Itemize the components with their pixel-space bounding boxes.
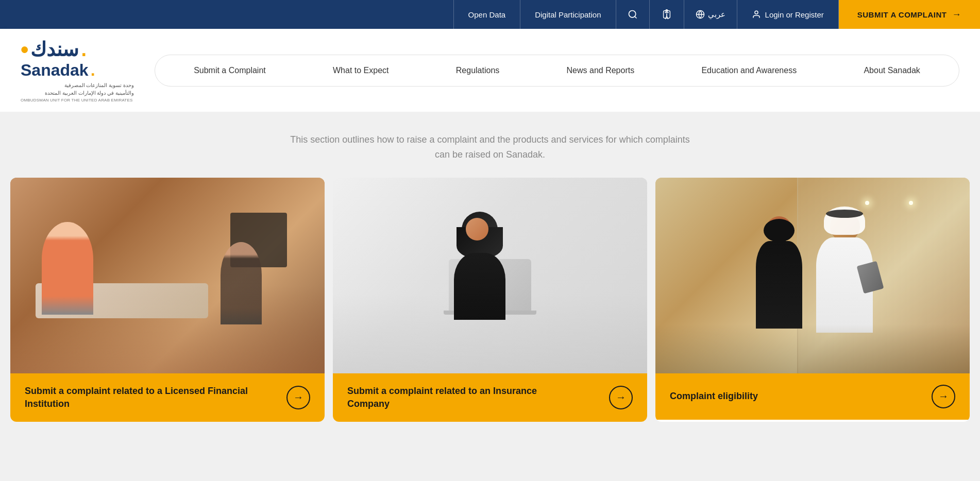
- nav-items: Submit a Complaint What to Expect Regula…: [160, 62, 954, 79]
- logo-en-dot: .: [91, 62, 95, 78]
- nav-about-sanadak[interactable]: About Sanadak: [854, 62, 929, 79]
- svg-point-5: [755, 11, 758, 14]
- card-2-footer[interactable]: Submit a complaint related to an Insuran…: [333, 373, 647, 422]
- search-icon[interactable]: [616, 0, 650, 29]
- logo-en: Sanadak: [21, 62, 89, 78]
- card-insurance-company[interactable]: Submit a complaint related to an Insuran…: [333, 178, 647, 422]
- card-2-title: Submit a complaint related to an Insuran…: [347, 385, 576, 410]
- digital-participation-link[interactable]: Digital Participation: [520, 0, 616, 29]
- card-image-1: [10, 178, 325, 373]
- top-bar-links: Open Data Digital Participation عربي: [0, 0, 980, 29]
- card-3-arrow[interactable]: →: [932, 385, 955, 408]
- card-3-title: Complaint eligibility: [670, 390, 758, 403]
- open-data-link[interactable]: Open Data: [453, 0, 521, 29]
- card-image-3: [655, 178, 970, 373]
- arabic-label: عربي: [708, 10, 725, 19]
- nav-what-to-expect[interactable]: What to Expect: [324, 62, 398, 79]
- card-eligibility[interactable]: Complaint eligibility →: [655, 178, 970, 422]
- submit-complaint-topbar-arrow: →: [952, 9, 962, 20]
- nav-regulations[interactable]: Regulations: [447, 62, 509, 79]
- card-1-title: Submit a complaint related to a Licensed…: [25, 385, 253, 410]
- svg-point-0: [629, 11, 635, 18]
- logo-subtitle-ar2: والتأمينية في دولة الإمارات العربية المت…: [21, 89, 134, 97]
- header: • سندك . Sanadak . وحدة تسوية المنازعات …: [0, 29, 980, 112]
- logo-subtitle-ar1: وحدة تسوية المنازعات المصرفية: [21, 81, 134, 89]
- language-selector[interactable]: عربي: [684, 0, 737, 29]
- login-register-link[interactable]: Login or Register: [737, 0, 839, 29]
- hero-subtitle: This section outlines how to raise a com…: [284, 132, 696, 162]
- login-label: Login or Register: [765, 10, 824, 19]
- logo-arabic: سندك: [30, 40, 79, 59]
- nav-news-reports[interactable]: News and Reports: [557, 62, 644, 79]
- svg-line-1: [634, 16, 636, 19]
- logo-area: • سندك . Sanadak . وحدة تسوية المنازعات …: [21, 38, 134, 102]
- card-2-arrow[interactable]: →: [609, 386, 633, 409]
- top-bar: Open Data Digital Participation عربي: [0, 0, 980, 29]
- card-1-footer[interactable]: Submit a complaint related to a Licensed…: [10, 373, 325, 422]
- card-image-2: [333, 178, 647, 373]
- submit-complaint-topbar-btn[interactable]: SUBMIT A COMPLAINT →: [839, 0, 980, 29]
- card-1-arrow[interactable]: →: [286, 386, 310, 409]
- submit-complaint-topbar-label: SUBMIT A COMPLAINT: [857, 10, 947, 19]
- nav-container: Submit a Complaint What to Expect Regula…: [155, 55, 959, 87]
- accessibility-icon[interactable]: [650, 0, 684, 29]
- card-financial-institution[interactable]: Submit a complaint related to a Licensed…: [10, 178, 325, 422]
- hero-section: This section outlines how to raise a com…: [0, 112, 980, 178]
- nav-education-awareness[interactable]: Education and Awareness: [692, 62, 806, 79]
- logo-arabic-dot: .: [81, 40, 87, 59]
- logo-subtitle-en: OMBUDSMAN UNIT FOR THE UNITED ARAB EMIRA…: [21, 98, 134, 102]
- nav-submit-complaint[interactable]: Submit a Complaint: [184, 62, 275, 79]
- card-3-footer[interactable]: Complaint eligibility →: [655, 373, 970, 420]
- cards-section: Submit a complaint related to a Licensed…: [0, 178, 980, 432]
